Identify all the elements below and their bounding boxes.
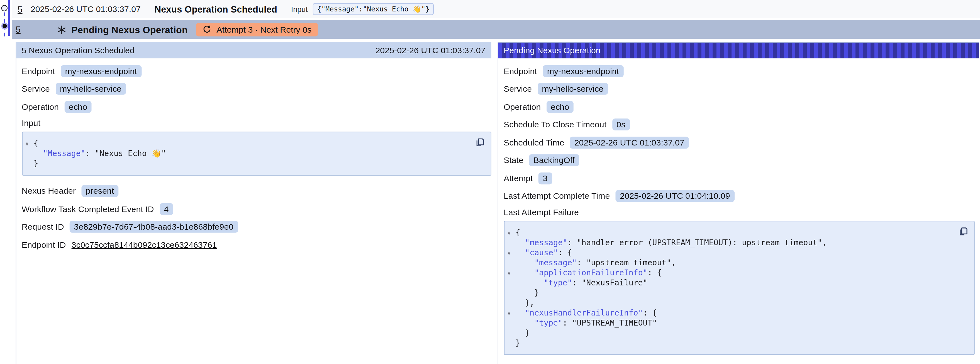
field-value-chip: my-nexus-endpoint	[61, 65, 142, 77]
json-key: "Message"	[43, 148, 85, 158]
chevron-down-icon[interactable]: ∨	[507, 229, 511, 236]
field-group: Endpointmy-nexus-endpointServicemy-hello…	[504, 65, 974, 202]
json-viewer: ∨{"message": "handler error (UPSTREAM_TI…	[504, 228, 948, 348]
json-punct: :	[568, 238, 577, 247]
field-request-id: Request ID3e829b7e-7d67-4b08-aad3-b1e868…	[22, 220, 487, 233]
chevron-down-icon[interactable]: ∨	[25, 140, 29, 147]
history-row-scheduled[interactable]: 5 2025-02-26 UTC 01:03:37.07 Nexus Opera…	[12, 0, 980, 18]
field-schedule-to-close-timeout: Schedule To Close Timeout0s	[504, 118, 974, 131]
event-id-link[interactable]: 5	[16, 24, 21, 35]
json-punct: : {	[648, 268, 662, 277]
field-operation: Operationecho	[504, 101, 974, 113]
field-value-chip: my-hello-service	[56, 83, 126, 95]
chevron-down-icon[interactable]: ∨	[507, 269, 511, 276]
field-label: Last Attempt Complete Time	[504, 191, 610, 201]
field-label: Service	[504, 84, 532, 94]
field-state: StateBackingOff	[504, 154, 974, 166]
field-value-link[interactable]: 3c0c75ccfa8144b092c13ce632463761	[72, 240, 217, 249]
field-value-chip: 4	[160, 203, 173, 215]
retry-badge-text: Attempt 3 · Next Retry 0s	[216, 25, 312, 34]
pending-asterisk-icon	[57, 25, 66, 34]
code-line: ∨"applicationFailureInfo": {	[504, 268, 948, 278]
input-preview-chip: {"Message":"Nexus Echo 👋"}	[313, 3, 434, 15]
json-value: "UPSTREAM_TIMEOUT"	[572, 318, 657, 327]
json-punct: :	[86, 148, 95, 158]
json-key: "message"	[525, 238, 567, 247]
scheduled-panel-header: 5 Nexus Operation Scheduled 2025-02-26 U…	[16, 42, 491, 59]
code-line: ∨"cause": {	[504, 248, 948, 258]
code-line: "type": "UPSTREAM_TIMEOUT"	[504, 318, 948, 328]
json-key: "cause"	[525, 248, 558, 257]
field-value-chip: echo	[547, 101, 574, 113]
json-key: "applicationFailureInfo"	[534, 268, 648, 277]
field-label: Request ID	[22, 222, 64, 231]
field-value-chip: present	[81, 185, 118, 197]
scheduled-event-panel: 5 Nexus Operation Scheduled 2025-02-26 U…	[15, 42, 491, 364]
failure-json-block: ∨{"message": "handler error (UPSTREAM_TI…	[504, 221, 974, 355]
json-viewer: ∨{"Message": "Nexus Echo 👋"}	[22, 138, 466, 168]
json-value: "NexusFailure"	[581, 278, 648, 287]
copy-button[interactable]	[958, 226, 968, 236]
json-punct: :	[577, 258, 586, 267]
field-scheduled-time: Scheduled Time2025-02-26 UTC 01:03:37.07	[504, 136, 974, 148]
field-endpoint: Endpointmy-nexus-endpoint	[504, 65, 974, 77]
json-punct: },	[525, 298, 534, 307]
field-endpoint: Endpointmy-nexus-endpoint	[22, 65, 487, 77]
field-value-chip: 0s	[612, 118, 630, 131]
chevron-down-icon[interactable]: ∨	[507, 309, 511, 317]
code-line: "message": "upstream timeout",	[504, 258, 948, 268]
json-value: "handler error (UPSTREAM_TIMEOUT): upstr…	[577, 238, 822, 247]
field-workflow-task-completed-event-id: Workflow Task Completed Event ID4	[22, 203, 487, 215]
field-label: Nexus Header	[22, 186, 76, 196]
field-operation: Operationecho	[22, 101, 487, 113]
field-value-chip: 3	[538, 172, 552, 184]
pending-operation-panel: Pending Nexus Operation Endpointmy-nexus…	[497, 42, 978, 364]
event-timestamp: 2025-02-26 UTC 01:03:37.07	[31, 5, 141, 14]
failure-section-label: Last Attempt Failure	[504, 208, 974, 217]
chevron-down-icon[interactable]: ∨	[507, 249, 511, 256]
code-line: },	[504, 298, 948, 308]
json-key: "type"	[544, 278, 572, 287]
code-line: }	[504, 288, 948, 298]
event-id-link[interactable]: 5	[18, 4, 22, 14]
scheduled-panel-body: Endpointmy-nexus-endpointServicemy-hello…	[16, 58, 491, 251]
field-value-chip: BackingOff	[529, 155, 579, 166]
json-punct: }	[525, 328, 530, 337]
field-label: Operation	[504, 102, 541, 112]
code-line: "message": "handler error (UPSTREAM_TIME…	[504, 238, 948, 248]
field-label: Endpoint	[504, 66, 537, 75]
code-line: ∨{	[504, 228, 948, 238]
json-key: "nexusHandlerFailureInfo"	[525, 308, 643, 318]
field-label: Scheduled Time	[504, 138, 565, 147]
field-label: Endpoint ID	[22, 240, 66, 249]
field-label: State	[504, 155, 523, 165]
field-service: Servicemy-hello-service	[22, 83, 487, 95]
event-marker-scheduled[interactable]	[2, 5, 8, 11]
copy-button[interactable]	[475, 137, 485, 147]
json-punct: :	[572, 278, 581, 287]
field-value-chip: 2025-02-26 UTC 01:03:37.07	[570, 136, 689, 148]
code-line: }	[504, 328, 948, 338]
input-section-label: Input	[22, 118, 487, 128]
field-group: Endpointmy-nexus-endpointServicemy-hello…	[22, 65, 487, 113]
json-value: "Nexus Echo 👋"	[95, 148, 166, 158]
field-nexus-header: Nexus Headerpresent	[22, 185, 487, 197]
timeline-active-bar	[8, 0, 10, 36]
field-value-chip: echo	[64, 101, 91, 113]
event-marker-pending[interactable]	[1, 22, 8, 30]
json-punct: {	[515, 228, 520, 237]
detail-panels: 5 Nexus Operation Scheduled 2025-02-26 U…	[0, 42, 980, 364]
timeline-rail	[0, 0, 12, 38]
pending-panel-body: Endpointmy-nexus-endpointServicemy-hello…	[498, 58, 979, 364]
json-value: "upstream timeout"	[586, 258, 671, 267]
json-punct: }	[534, 288, 539, 297]
json-punct: {	[33, 138, 38, 148]
history-row-pending[interactable]: 5 Pending Nexus Operation Attempt 3 · Ne…	[12, 20, 980, 39]
field-value-chip: 2025-02-26 UTC 01:04:10.09	[616, 190, 735, 202]
field-group: Nexus HeaderpresentWorkflow Task Complet…	[22, 185, 487, 251]
field-label: Workflow Task Completed Event ID	[22, 204, 154, 214]
json-punct: : {	[643, 308, 657, 318]
field-label: Endpoint	[22, 66, 55, 75]
retry-status-badge: Attempt 3 · Next Retry 0s	[196, 23, 318, 36]
event-title: Nexus Operation Scheduled	[154, 4, 277, 14]
